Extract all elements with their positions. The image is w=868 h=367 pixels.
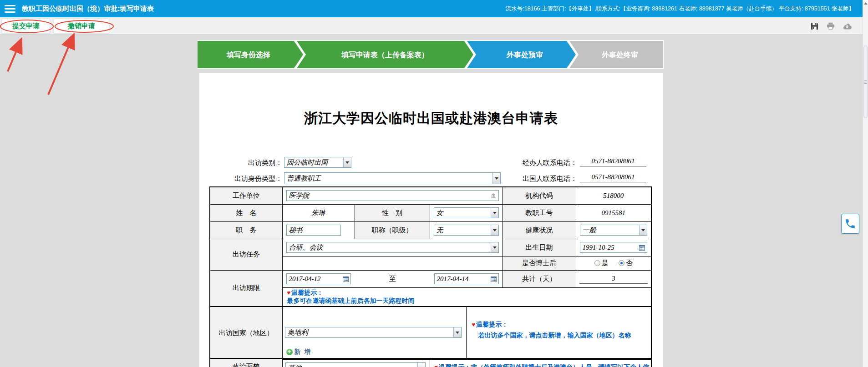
- country-value: 奥地利: [288, 328, 308, 337]
- step-label: 外事处预审: [506, 50, 543, 59]
- step-label: 填写申请表（上传备案表）: [341, 50, 429, 59]
- name-label: 姓 名: [210, 204, 282, 221]
- country-select[interactable]: 奥地利: [285, 327, 462, 338]
- period-end-input[interactable]: 2017-04-14: [434, 273, 499, 284]
- postdoc-yes-radio[interactable]: [594, 260, 600, 266]
- table-row: 职 务 秘书 职称（职级） 无 健康状况 一般: [210, 221, 651, 239]
- table-row: 姓 名 朱琳 性 别 女 教职工号 0915581: [210, 204, 651, 221]
- scroll-up-arrow[interactable]: [863, 0, 868, 7]
- gender-value: 女: [437, 209, 443, 217]
- traveler-phone-value[interactable]: 0571-88208061: [580, 173, 646, 182]
- calendar-icon[interactable]: [639, 245, 645, 251]
- top-app-bar: 教职工因公临时出国（境）审批:填写申请表 流水号:18166,主管部门:【外事处…: [0, 0, 868, 17]
- heart-icon: ♥: [287, 289, 291, 296]
- period-start-input[interactable]: 2017-04-12: [286, 273, 351, 284]
- staff-id-value: 0915581: [602, 209, 626, 216]
- menu-icon[interactable]: [5, 5, 15, 13]
- visit-category-value: 因公临时出国: [287, 158, 328, 167]
- calendar-icon[interactable]: [491, 276, 497, 282]
- name-value: 朱琳: [312, 209, 325, 216]
- form-panel: 浙江大学因公临时出国或赴港澳台申请表 出访类别： 因公临时出国 经办人联系电话：…: [199, 73, 663, 367]
- health-select[interactable]: 一般: [580, 225, 648, 236]
- plus-circle-icon: +: [286, 349, 293, 355]
- birth-date-input[interactable]: 1991-10-25: [580, 242, 648, 253]
- phone-contact-button[interactable]: [841, 214, 859, 234]
- political-table: 政治面貌 其他 ♥温馨提示：非（外籍教师和外聘博士后及港澳台）人员，请填写以下个…: [209, 358, 652, 367]
- task-value: 合研、会议: [289, 243, 323, 252]
- calendar-icon[interactable]: [343, 276, 349, 282]
- political-hint-text: 温馨提示：非（外籍教师和外聘博士后及港澳台）人员，请填写以下个人信息: [435, 363, 650, 367]
- title-rank-select[interactable]: 无: [434, 225, 499, 236]
- position-value: 秘书: [289, 226, 303, 235]
- progress-steps: 填写身份选择 填写申请表（上传备案表） 外事处预审 外事处终审: [198, 40, 664, 69]
- country-hint-body: 若出访多个国家，请点击新增，输入国家（地区）名称: [472, 332, 651, 340]
- table-row: 出访国家（地区） 奥地利 + 新 增 ♥温馨提示： 若出访多个国家，请点击新增，…: [210, 307, 651, 359]
- chevron-down-icon: [491, 225, 498, 235]
- political-label: 政治面貌: [210, 358, 282, 367]
- political-select[interactable]: 其他: [285, 362, 426, 367]
- add-country-button[interactable]: + 新 增: [286, 348, 312, 356]
- postdoc-yes-label: 是: [602, 259, 609, 266]
- save-icon[interactable]: [810, 21, 819, 30]
- print-icon[interactable]: [826, 21, 835, 30]
- annotation-arrow-submit: [8, 45, 19, 71]
- postdoc-no-label: 否: [626, 259, 633, 266]
- heart-icon: ♥: [435, 364, 438, 367]
- visit-category-select[interactable]: 因公临时出国: [284, 157, 351, 168]
- political-value: 其他: [288, 364, 302, 367]
- health-label: 健康状况: [503, 221, 576, 239]
- org-code-value: 518000: [603, 192, 624, 199]
- annotation-arrow-revoke: [48, 41, 71, 95]
- cloud-download-icon[interactable]: [843, 21, 852, 30]
- total-days-label: 共计（天）: [503, 270, 576, 287]
- traveler-phone-label: 出国人联系电话：: [497, 175, 577, 183]
- period-hint-body: 最多可在邀请函基础上前后各加一天路程时间: [287, 297, 651, 305]
- table-row: 工作单位 医学院 机构代码 518000: [210, 187, 651, 204]
- identity-type-label: 出访身份类型：: [199, 175, 282, 183]
- heart-icon: ♥: [472, 321, 476, 328]
- page-title: 教职工因公临时出国（境）审批:填写申请表: [22, 5, 154, 13]
- title-rank-label: 职称（职级）: [355, 221, 430, 239]
- country-hint-title: 温馨提示：: [476, 321, 508, 328]
- toolbar: 提交申请 撤销申请: [0, 17, 868, 35]
- chevron-down-icon: [639, 225, 647, 235]
- chevron-down-icon: [453, 327, 461, 337]
- total-days-value: 3: [579, 275, 648, 284]
- step-label: 填写身份选择: [226, 51, 270, 59]
- table-row: 政治面貌 其他 ♥温馨提示：非（外籍教师和外聘博士后及港澳台）人员，请填写以下个…: [210, 358, 651, 367]
- agent-phone-value[interactable]: 0571-88208061: [580, 157, 646, 166]
- task-select[interactable]: 合研、会议: [286, 242, 499, 253]
- period-label: 出访期限: [210, 270, 282, 307]
- gender-label: 性 别: [355, 204, 430, 221]
- agent-phone-label: 经办人联系电话：: [497, 159, 577, 167]
- header-contact-info: 流水号:18166,主管部门:【外事处】,联系方式:【业务咨询: 8898126…: [506, 5, 868, 13]
- period-end-value: 2017-04-14: [437, 275, 469, 283]
- health-value: 一般: [583, 226, 596, 235]
- vertical-scrollbar[interactable]: [863, 0, 868, 367]
- postdoc-no-radio[interactable]: [619, 260, 624, 266]
- application-table: 工作单位 医学院 机构代码 518000 姓 名 朱琳 性 别 女: [209, 186, 652, 307]
- building-icon[interactable]: [491, 192, 496, 200]
- chevron-down-icon: [491, 242, 498, 252]
- title-rank-value: 无: [437, 226, 443, 235]
- country-label: 出访国家（地区）: [210, 307, 282, 359]
- position-label: 职 务: [210, 221, 282, 239]
- phone-icon: [844, 218, 856, 230]
- identity-type-select[interactable]: 普通教职工: [284, 172, 501, 184]
- position-input[interactable]: 秘书: [286, 225, 341, 236]
- org-code-label: 机构代码: [503, 187, 576, 204]
- chevron-down-icon: [343, 157, 351, 167]
- submit-application-button[interactable]: 提交申请: [2, 18, 50, 34]
- revoke-application-button[interactable]: 撤销申请: [54, 18, 109, 34]
- identity-type-value: 普通教职工: [287, 174, 321, 183]
- postdoc-label: 是否博士后: [503, 256, 576, 270]
- scrollbar-thumb[interactable]: [863, 45, 868, 118]
- visit-category-label: 出访类别：: [199, 159, 282, 167]
- birth-date-label: 出生日期: [503, 239, 576, 256]
- staff-id-label: 教职工号: [503, 204, 576, 221]
- country-table: 出访国家（地区） 奥地利 + 新 增 ♥温馨提示： 若出访多个国家，请点击新增，…: [209, 306, 652, 360]
- toolbar-icons: [810, 17, 852, 35]
- table-row: 出访期限 2017-04-12 至 2017-04-14 共计（天）: [210, 270, 651, 287]
- work-unit-input[interactable]: 医学院: [286, 190, 499, 201]
- gender-select[interactable]: 女: [434, 207, 499, 218]
